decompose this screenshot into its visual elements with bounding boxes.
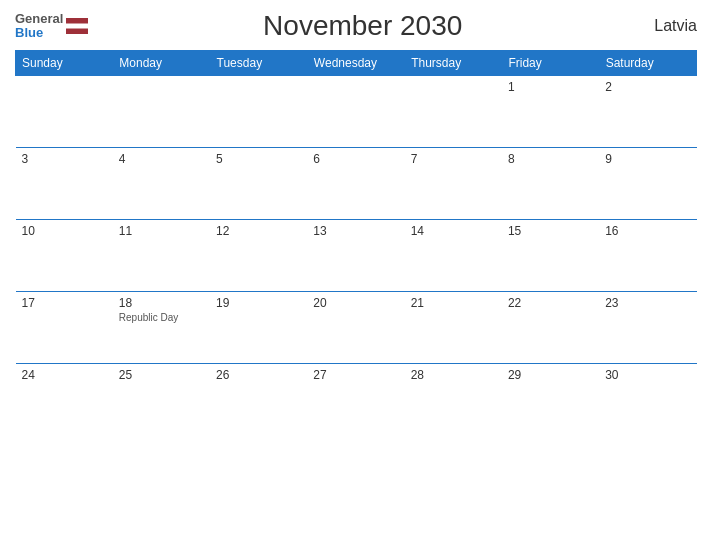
calendar-cell: 16 (599, 220, 696, 292)
latvia-flag-icon (66, 18, 88, 34)
calendar-cell: 15 (502, 220, 599, 292)
logo: General Blue (15, 12, 88, 41)
calendar-cell: 30 (599, 364, 696, 436)
calendar-cell: 11 (113, 220, 210, 292)
header-wednesday: Wednesday (307, 51, 404, 76)
header-monday: Monday (113, 51, 210, 76)
calendar-cell: 2 (599, 76, 696, 148)
calendar-cell: 9 (599, 148, 696, 220)
day-number: 29 (508, 368, 593, 382)
weekday-header-row: Sunday Monday Tuesday Wednesday Thursday… (16, 51, 697, 76)
logo-text: General Blue (15, 12, 63, 41)
calendar-cell: 6 (307, 148, 404, 220)
day-number: 6 (313, 152, 398, 166)
calendar-cell (210, 76, 307, 148)
day-number: 20 (313, 296, 398, 310)
calendar-cell: 29 (502, 364, 599, 436)
calendar-table: Sunday Monday Tuesday Wednesday Thursday… (15, 50, 697, 436)
header-friday: Friday (502, 51, 599, 76)
calendar-container: General Blue November 2030 Latvia Sunday… (0, 0, 712, 550)
calendar-cell (405, 76, 502, 148)
day-number: 9 (605, 152, 690, 166)
day-number: 5 (216, 152, 301, 166)
calendar-week-row: 12 (16, 76, 697, 148)
calendar-cell: 13 (307, 220, 404, 292)
day-number: 10 (22, 224, 107, 238)
day-number: 25 (119, 368, 204, 382)
calendar-cell: 1 (502, 76, 599, 148)
calendar-cell: 22 (502, 292, 599, 364)
calendar-cell: 17 (16, 292, 113, 364)
day-number: 22 (508, 296, 593, 310)
calendar-title: November 2030 (88, 10, 637, 42)
calendar-cell: 12 (210, 220, 307, 292)
calendar-cell: 8 (502, 148, 599, 220)
day-number: 12 (216, 224, 301, 238)
header-thursday: Thursday (405, 51, 502, 76)
calendar-cell: 3 (16, 148, 113, 220)
calendar-week-row: 1718Republic Day1920212223 (16, 292, 697, 364)
calendar-cell: 5 (210, 148, 307, 220)
calendar-cell: 21 (405, 292, 502, 364)
day-number: 17 (22, 296, 107, 310)
calendar-cell: 10 (16, 220, 113, 292)
calendar-cell: 23 (599, 292, 696, 364)
header-tuesday: Tuesday (210, 51, 307, 76)
day-number: 3 (22, 152, 107, 166)
calendar-cell: 18Republic Day (113, 292, 210, 364)
day-number: 1 (508, 80, 593, 94)
logo-blue: Blue (15, 25, 43, 40)
day-number: 2 (605, 80, 690, 94)
day-number: 30 (605, 368, 690, 382)
logo-general: General (15, 11, 63, 26)
day-number: 26 (216, 368, 301, 382)
calendar-cell: 27 (307, 364, 404, 436)
calendar-week-row: 3456789 (16, 148, 697, 220)
svg-rect-1 (66, 24, 88, 29)
calendar-cell: 7 (405, 148, 502, 220)
header-saturday: Saturday (599, 51, 696, 76)
calendar-cell (307, 76, 404, 148)
calendar-country: Latvia (637, 17, 697, 35)
calendar-cell (113, 76, 210, 148)
calendar-cell (16, 76, 113, 148)
calendar-cell: 28 (405, 364, 502, 436)
calendar-week-row: 10111213141516 (16, 220, 697, 292)
calendar-body: 123456789101112131415161718Republic Day1… (16, 76, 697, 436)
day-number: 15 (508, 224, 593, 238)
calendar-week-row: 24252627282930 (16, 364, 697, 436)
day-number: 4 (119, 152, 204, 166)
day-number: 11 (119, 224, 204, 238)
day-number: 21 (411, 296, 496, 310)
header-sunday: Sunday (16, 51, 113, 76)
calendar-cell: 25 (113, 364, 210, 436)
day-number: 14 (411, 224, 496, 238)
calendar-cell: 4 (113, 148, 210, 220)
day-number: 24 (22, 368, 107, 382)
calendar-cell: 19 (210, 292, 307, 364)
calendar-cell: 14 (405, 220, 502, 292)
day-number: 8 (508, 152, 593, 166)
calendar-cell: 26 (210, 364, 307, 436)
day-number: 7 (411, 152, 496, 166)
day-number: 28 (411, 368, 496, 382)
calendar-cell: 20 (307, 292, 404, 364)
day-number: 23 (605, 296, 690, 310)
calendar-header: General Blue November 2030 Latvia (15, 10, 697, 42)
day-number: 19 (216, 296, 301, 310)
day-number: 27 (313, 368, 398, 382)
event-label: Republic Day (119, 312, 204, 323)
day-number: 13 (313, 224, 398, 238)
calendar-cell: 24 (16, 364, 113, 436)
day-number: 16 (605, 224, 690, 238)
day-number: 18 (119, 296, 204, 310)
